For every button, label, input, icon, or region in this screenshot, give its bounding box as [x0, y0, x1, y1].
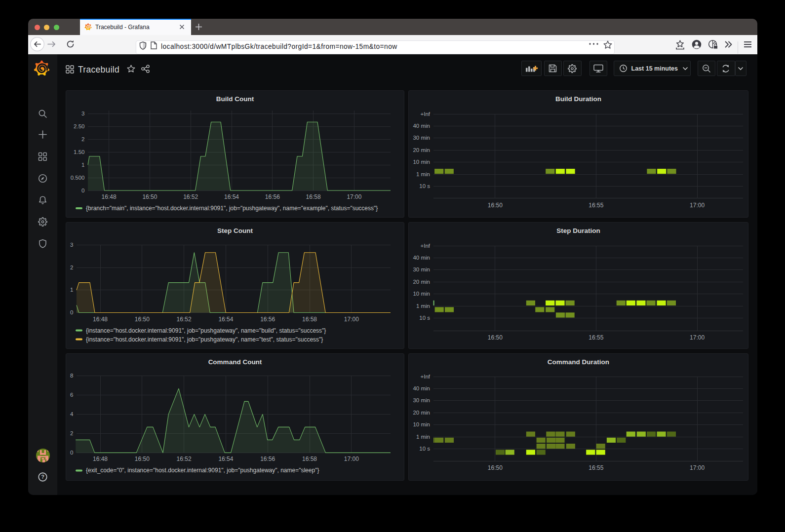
svg-text:17:00: 17:00	[690, 334, 705, 341]
svg-text:2: 2	[81, 136, 84, 142]
svg-text:16:50: 16:50	[135, 315, 150, 322]
svg-text:0: 0	[81, 188, 84, 193]
svg-text:30 min: 30 min	[413, 397, 430, 403]
svg-text:16:54: 16:54	[218, 315, 233, 322]
svg-text:17:00: 17:00	[344, 315, 359, 322]
svg-text:10 s: 10 s	[419, 315, 430, 321]
svg-text:10 s: 10 s	[419, 183, 430, 189]
svg-text:4: 4	[70, 411, 74, 417]
svg-text:{exit_code="0", instance="host: {exit_code="0", instance="host.docker.in…	[86, 467, 319, 474]
svg-text:16:55: 16:55	[589, 464, 603, 471]
svg-text:40 min: 40 min	[413, 123, 430, 129]
svg-text:0.500: 0.500	[71, 175, 85, 181]
svg-text:1 min: 1 min	[416, 171, 430, 177]
svg-text:40 min: 40 min	[413, 255, 430, 261]
svg-text:{branch="main", instance="host: {branch="main", instance="host.docker.in…	[86, 205, 378, 212]
svg-text:+Inf: +Inf	[420, 374, 430, 380]
svg-text:1.50: 1.50	[74, 149, 84, 155]
svg-text:16:54: 16:54	[224, 193, 239, 200]
svg-text:16:50: 16:50	[488, 334, 503, 341]
svg-text:16:50: 16:50	[488, 464, 503, 471]
svg-text:16:52: 16:52	[177, 315, 192, 322]
svg-text:1: 1	[70, 287, 73, 293]
svg-text:2.50: 2.50	[74, 123, 84, 129]
svg-text:0: 0	[70, 450, 73, 456]
svg-text:{instance="host.docker.interna: {instance="host.docker.internal:9091", j…	[86, 327, 326, 334]
svg-text:0: 0	[70, 309, 73, 315]
svg-text:16:50: 16:50	[488, 202, 503, 209]
svg-text:16:58: 16:58	[302, 315, 317, 322]
svg-text:17:00: 17:00	[690, 464, 705, 471]
svg-text:16:55: 16:55	[589, 202, 603, 209]
svg-text:16:55: 16:55	[589, 334, 603, 341]
svg-text:1 min: 1 min	[416, 434, 430, 440]
svg-text:40 min: 40 min	[413, 385, 430, 391]
svg-text:16:50: 16:50	[135, 456, 150, 462]
svg-text:16:52: 16:52	[183, 193, 198, 200]
svg-text:16:58: 16:58	[306, 193, 321, 200]
svg-text:17:00: 17:00	[347, 193, 361, 200]
svg-text:30 min: 30 min	[413, 266, 430, 272]
svg-text:16:48: 16:48	[93, 456, 108, 462]
svg-text:16:48: 16:48	[102, 193, 117, 200]
svg-text:3: 3	[70, 242, 73, 248]
svg-text:6: 6	[70, 392, 73, 398]
svg-text:+Inf: +Inf	[420, 111, 430, 117]
svg-text:20 min: 20 min	[413, 410, 430, 416]
svg-text:16:56: 16:56	[265, 193, 280, 200]
svg-text:20 min: 20 min	[413, 278, 430, 284]
svg-text:16:50: 16:50	[142, 193, 157, 200]
svg-text:10 min: 10 min	[413, 159, 430, 165]
svg-text:16:48: 16:48	[93, 315, 108, 322]
svg-text:2: 2	[70, 430, 73, 436]
svg-text:16:54: 16:54	[218, 456, 233, 462]
svg-text:+Inf: +Inf	[420, 242, 430, 248]
svg-text:2: 2	[70, 264, 73, 270]
svg-text:10 s: 10 s	[419, 446, 430, 452]
svg-text:16:56: 16:56	[260, 315, 275, 322]
svg-text:8: 8	[70, 373, 73, 379]
svg-text:10 min: 10 min	[413, 291, 430, 297]
svg-text:1 min: 1 min	[416, 303, 430, 308]
svg-text:?: ?	[41, 474, 44, 480]
svg-text:16:56: 16:56	[260, 456, 275, 462]
svg-text:17:00: 17:00	[344, 456, 359, 462]
svg-text:17:00: 17:00	[690, 202, 705, 209]
svg-text:{instance="host.docker.interna: {instance="host.docker.internal:9091", j…	[86, 336, 323, 342]
svg-text:1: 1	[81, 162, 84, 168]
svg-text:16:52: 16:52	[177, 456, 192, 462]
svg-text:16:58: 16:58	[302, 456, 317, 462]
svg-text:30 min: 30 min	[413, 135, 430, 141]
svg-text:20 min: 20 min	[413, 147, 430, 153]
svg-text:3: 3	[81, 111, 84, 116]
svg-text:10 min: 10 min	[413, 421, 430, 427]
